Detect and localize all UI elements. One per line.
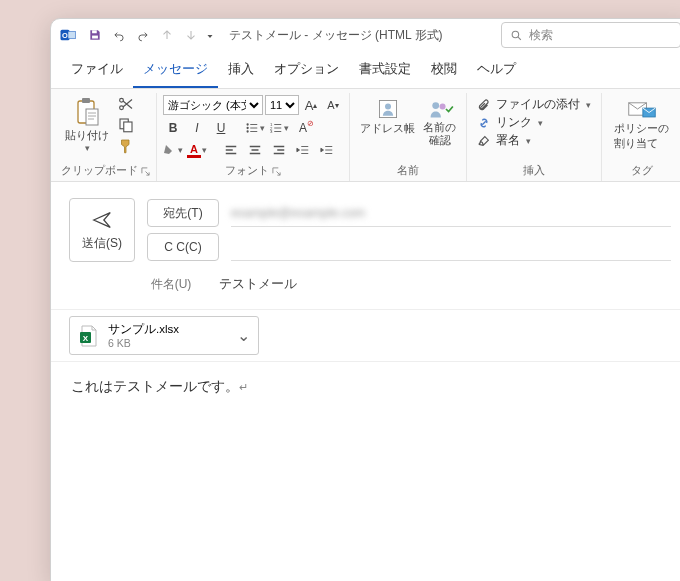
search-icon (510, 29, 523, 42)
grow-font-button[interactable]: A▴ (301, 95, 321, 115)
dialog-launcher-icon[interactable] (141, 167, 150, 176)
redo-button[interactable] (132, 24, 154, 46)
svg-text:O: O (62, 31, 68, 40)
align-left-button[interactable] (221, 140, 241, 160)
check-names-icon (426, 97, 454, 121)
outlook-compose-window: O テストメール - メッセージ (HTML 形式) 検索 ファイル メッセージ… (50, 18, 680, 581)
cc-button[interactable]: C C(C) (147, 233, 219, 261)
clear-formatting-button[interactable]: A⊘ (293, 118, 313, 138)
svg-point-22 (439, 103, 445, 109)
ribbon-group-names: アドレス帳 名前の確認 名前 (350, 93, 467, 181)
address-book-icon (374, 97, 402, 121)
font-size-select[interactable]: 11 (265, 95, 299, 115)
policy-icon (627, 97, 657, 121)
svg-point-21 (432, 102, 439, 109)
format-painter-button[interactable] (117, 137, 135, 155)
svg-text:3: 3 (270, 129, 273, 134)
to-button[interactable]: 宛先(T) (147, 199, 219, 227)
link-icon (477, 116, 491, 130)
svg-rect-8 (86, 109, 98, 125)
excel-file-icon: X (78, 324, 100, 348)
underline-button[interactable]: U (211, 118, 231, 138)
copy-icon (117, 116, 135, 134)
paintbrush-icon (117, 137, 135, 155)
paragraph-mark-icon: ↵ (239, 381, 248, 393)
ribbon-group-tags: ポリシーの割り当て タグ (602, 93, 680, 181)
save-button[interactable] (84, 24, 106, 46)
svg-point-5 (512, 31, 519, 38)
copy-button[interactable] (117, 116, 135, 134)
menu-insert[interactable]: 挿入 (218, 55, 264, 88)
cc-field[interactable] (231, 233, 671, 261)
signature-icon (477, 134, 491, 148)
link-button[interactable]: リンク▾ (477, 115, 591, 130)
search-placeholder: 検索 (529, 27, 553, 44)
font-color-button[interactable]: A▾ (187, 140, 207, 160)
window-title: テストメール - メッセージ (HTML 形式) (229, 27, 443, 44)
svg-rect-12 (124, 122, 132, 132)
address-book-button[interactable]: アドレス帳 (356, 95, 419, 138)
outlook-icon: O (59, 26, 77, 44)
menu-options[interactable]: オプション (264, 55, 349, 88)
increase-indent-button[interactable] (317, 140, 337, 160)
paste-button[interactable]: 貼り付け ▾ (61, 95, 113, 155)
titlebar: O テストメール - メッセージ (HTML 形式) 検索 (51, 19, 680, 51)
svg-point-14 (246, 127, 248, 129)
decrease-indent-button[interactable] (293, 140, 313, 160)
numbering-button[interactable]: 123▾ (269, 118, 289, 138)
menu-review[interactable]: 校閲 (421, 55, 467, 88)
scissors-icon (117, 95, 135, 113)
highlight-button[interactable]: ▾ (163, 140, 183, 160)
dialog-launcher-icon[interactable] (272, 167, 281, 176)
subject-label: 件名(U) (135, 276, 207, 293)
svg-point-13 (246, 123, 248, 125)
svg-rect-2 (68, 31, 76, 39)
menubar: ファイル メッセージ 挿入 オプション 書式設定 校閲 ヘルプ (51, 51, 680, 89)
send-button[interactable]: 送信(S) (69, 198, 135, 262)
font-name-select[interactable]: 游ゴシック (本文のフ (163, 95, 263, 115)
chevron-down-icon: ▾ (85, 143, 90, 153)
check-names-button[interactable]: 名前の確認 (419, 95, 460, 148)
prev-item-button[interactable] (156, 24, 178, 46)
attachments-area: X サンプル.xlsx 6 KB ⌄ (51, 309, 680, 362)
italic-button[interactable]: I (187, 118, 207, 138)
attachment-name: サンプル.xlsx (108, 322, 179, 337)
menu-format[interactable]: 書式設定 (349, 55, 421, 88)
undo-button[interactable] (108, 24, 130, 46)
attachment-size: 6 KB (108, 337, 179, 349)
bold-button[interactable]: B (163, 118, 183, 138)
compose-header: 送信(S) 宛先(T) example@example.com C C(C) 件… (51, 182, 680, 303)
signature-button[interactable]: 署名▾ (477, 133, 591, 148)
align-right-button[interactable] (269, 140, 289, 160)
svg-rect-7 (82, 98, 90, 103)
svg-point-15 (246, 130, 248, 132)
send-icon (91, 209, 113, 231)
ribbon-group-include: ファイルの添付▾ リンク▾ 署名▾ 挿入 (467, 93, 602, 181)
to-field[interactable]: example@example.com (231, 199, 671, 227)
bullets-button[interactable]: ▾ (245, 118, 265, 138)
menu-help[interactable]: ヘルプ (467, 55, 526, 88)
message-body[interactable]: これはテストメールです。↵ (51, 362, 680, 412)
chevron-down-icon[interactable]: ⌄ (237, 326, 250, 345)
shrink-font-button[interactable]: A▾ (323, 95, 343, 115)
assign-policy-button[interactable]: ポリシーの割り当て (608, 95, 675, 153)
ribbon-group-clipboard: 貼り付け ▾ クリップボード (55, 93, 157, 181)
clipboard-icon (74, 97, 100, 127)
next-item-button[interactable] (180, 24, 202, 46)
menu-file[interactable]: ファイル (61, 55, 133, 88)
subject-field[interactable]: テストメール (219, 276, 297, 293)
search-input[interactable]: 検索 (501, 22, 680, 48)
menu-message[interactable]: メッセージ (133, 55, 218, 88)
paperclip-icon (477, 98, 491, 112)
qat-customize-button[interactable] (204, 24, 216, 46)
cut-button[interactable] (117, 95, 135, 113)
svg-point-20 (385, 103, 391, 109)
svg-rect-3 (92, 30, 97, 33)
ribbon-group-font: 游ゴシック (本文のフ 11 A▴ A▾ B I U ▾ 123▾ A⊘ ▾ A… (157, 93, 350, 181)
align-center-button[interactable] (245, 140, 265, 160)
attachment-chip[interactable]: X サンプル.xlsx 6 KB ⌄ (69, 316, 259, 355)
attach-file-button[interactable]: ファイルの添付▾ (477, 97, 591, 112)
ribbon: 貼り付け ▾ クリップボード 游ゴシック (本文のフ 11 A▴ A▾ (51, 89, 680, 182)
highlight-icon (163, 143, 177, 157)
svg-rect-4 (92, 36, 98, 39)
